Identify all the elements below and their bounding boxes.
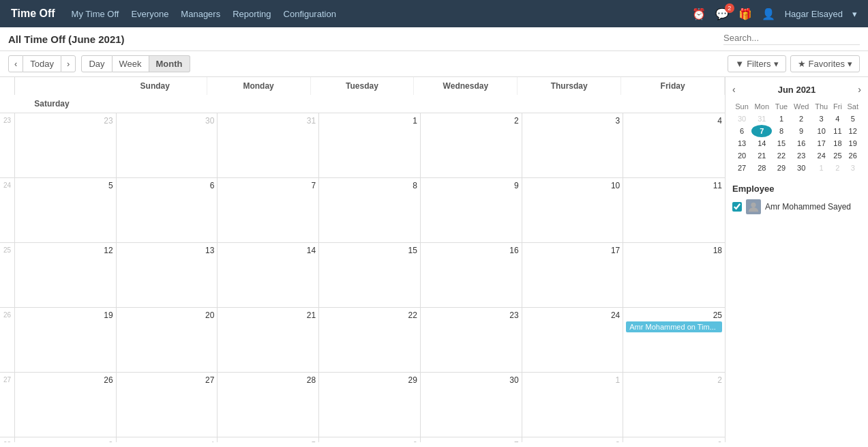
mini-next-button[interactable]: › <box>858 84 861 95</box>
mini-day-18[interactable]: 18 <box>830 137 844 149</box>
mini-day-3-next[interactable]: 3 <box>844 162 861 174</box>
cal-day-mon-w5[interactable]: 27 <box>117 373 218 437</box>
cal-day-sun-w6[interactable]: 3 <box>15 437 117 442</box>
cal-day-fri-w5[interactable]: 1 <box>522 373 624 437</box>
filters-button[interactable]: ▼ Filters ▾ <box>728 55 785 72</box>
mini-day-19[interactable]: 19 <box>844 137 861 149</box>
mini-day-7-today[interactable]: 7 <box>751 125 772 137</box>
cal-day-thu-w3[interactable]: 16 <box>421 243 522 308</box>
cal-day-thu-w5[interactable]: 30 <box>421 373 522 437</box>
mini-day-16[interactable]: 16 <box>790 137 812 149</box>
cal-day-mon-w6[interactable]: 4 <box>117 437 218 442</box>
next-button[interactable]: › <box>61 55 76 72</box>
cal-day-tue-w1[interactable]: 31 <box>218 113 319 178</box>
user-name[interactable]: Hagar Elsayed <box>785 9 843 19</box>
cal-day-sun-w4[interactable]: 19 <box>15 308 117 373</box>
mini-day-30[interactable]: 30 <box>790 162 812 174</box>
cal-day-sat-w5[interactable]: 2 <box>623 373 725 437</box>
mini-day-9[interactable]: 9 <box>790 125 812 137</box>
mini-day-29[interactable]: 29 <box>772 162 790 174</box>
clock-icon[interactable]: ⏰ <box>692 8 706 20</box>
mini-day-20[interactable]: 20 <box>732 149 751 162</box>
nav-my-time-off[interactable]: My Time Off <box>72 9 119 19</box>
cal-day-sat-w1[interactable]: 4 <box>623 113 725 178</box>
mini-day-25[interactable]: 25 <box>830 149 844 162</box>
mini-day-15[interactable]: 15 <box>772 137 790 149</box>
mini-day-11[interactable]: 11 <box>830 125 844 137</box>
nav-reporting[interactable]: Reporting <box>233 9 271 19</box>
cal-day-wed-w3[interactable]: 15 <box>319 243 421 308</box>
cal-day-wed-w5[interactable]: 29 <box>319 373 421 437</box>
mini-day-12[interactable]: 12 <box>844 125 861 137</box>
cal-day-mon-w4[interactable]: 20 <box>117 308 218 373</box>
week-view-button[interactable]: Week <box>113 55 149 72</box>
cal-day-wed-w6[interactable]: 6 <box>319 437 421 442</box>
mini-day-26[interactable]: 26 <box>844 149 861 162</box>
mini-day-1-next[interactable]: 1 <box>812 162 830 174</box>
cal-day-thu-w1[interactable]: 2 <box>421 113 522 178</box>
mini-day-28[interactable]: 28 <box>751 162 772 174</box>
cal-day-tue-w4[interactable]: 21 <box>218 308 319 373</box>
mini-day-21[interactable]: 21 <box>751 149 772 162</box>
cal-day-sun-w1[interactable]: 23 <box>15 113 117 178</box>
mini-day-27[interactable]: 27 <box>732 162 751 174</box>
mini-day-17[interactable]: 17 <box>812 137 830 149</box>
mini-day-31-prev[interactable]: 31 <box>751 113 772 125</box>
mini-day-2[interactable]: 2 <box>790 113 812 125</box>
cal-day-fri-w3[interactable]: 17 <box>522 243 624 308</box>
cal-day-sun-w3[interactable]: 12 <box>15 243 117 308</box>
cal-event-amr[interactable]: Amr Mohammed on Tim... <box>626 321 722 332</box>
cal-day-tue-w3[interactable]: 14 <box>218 243 319 308</box>
cal-day-wed-w2[interactable]: 8 <box>319 178 421 243</box>
chat-icon[interactable]: 💬 2 <box>715 8 729 20</box>
mini-day-24[interactable]: 24 <box>812 149 830 162</box>
cal-day-sat-w2[interactable]: 11 <box>623 178 725 243</box>
employee-checkbox[interactable] <box>732 202 742 212</box>
cal-day-fri-w4[interactable]: 24 <box>522 308 624 373</box>
cal-day-mon-w3[interactable]: 13 <box>117 243 218 308</box>
mini-prev-button[interactable]: ‹ <box>732 84 736 95</box>
mini-day-22[interactable]: 22 <box>772 149 790 162</box>
mini-day-10[interactable]: 10 <box>812 125 830 137</box>
cal-day-tue-w5[interactable]: 28 <box>218 373 319 437</box>
prev-button[interactable]: ‹ <box>8 55 23 72</box>
cal-day-sun-w5[interactable]: 26 <box>15 373 117 437</box>
cal-day-fri-w1[interactable]: 3 <box>522 113 624 178</box>
nav-managers[interactable]: Managers <box>181 9 220 19</box>
user-dropdown-icon[interactable]: ▾ <box>852 9 857 19</box>
mini-day-4[interactable]: 4 <box>830 113 844 125</box>
mini-day-6[interactable]: 6 <box>732 125 751 137</box>
cal-day-sun-w2[interactable]: 5 <box>15 178 117 243</box>
cal-day-sat-w3[interactable]: 18 <box>623 243 725 308</box>
month-view-button[interactable]: Month <box>149 55 190 72</box>
mini-day-8[interactable]: 8 <box>772 125 790 137</box>
day-view-button[interactable]: Day <box>81 55 112 72</box>
today-button[interactable]: Today <box>23 55 61 72</box>
cal-day-thu-w4[interactable]: 23 <box>421 308 522 373</box>
cal-day-thu-w2[interactable]: 9 <box>421 178 522 243</box>
cal-day-wed-w1[interactable]: 1 <box>319 113 421 178</box>
mini-day-3[interactable]: 3 <box>812 113 830 125</box>
mini-day-30-prev[interactable]: 30 <box>732 113 751 125</box>
search-input[interactable] <box>723 33 860 43</box>
nav-configuration[interactable]: Configuration <box>284 9 336 19</box>
mini-day-23[interactable]: 23 <box>790 149 812 162</box>
mini-day-1[interactable]: 1 <box>772 113 790 125</box>
mini-day-2-next[interactable]: 2 <box>830 162 844 174</box>
cal-day-mon-w1[interactable]: 30 <box>117 113 218 178</box>
cal-day-sat-w6[interactable]: 9 <box>623 437 725 442</box>
cal-day-fri-w2[interactable]: 10 <box>522 178 624 243</box>
mini-day-14[interactable]: 14 <box>751 137 772 149</box>
favorites-button[interactable]: ★ Favorites ▾ <box>790 55 860 72</box>
cal-day-tue-w2[interactable]: 7 <box>218 178 319 243</box>
cal-day-wed-w4[interactable]: 22 <box>319 308 421 373</box>
cal-day-sat-w4[interactable]: 25 Amr Mohammed on Tim... <box>623 308 725 373</box>
user-icon[interactable]: 👤 <box>762 8 775 20</box>
cal-day-tue-w6[interactable]: 5 <box>218 437 319 442</box>
mini-day-5[interactable]: 5 <box>844 113 861 125</box>
gift-icon[interactable]: 🎁 <box>738 8 752 20</box>
cal-day-mon-w2[interactable]: 6 <box>117 178 218 243</box>
cal-day-fri-w6[interactable]: 8 <box>522 437 624 442</box>
mini-day-13[interactable]: 13 <box>732 137 751 149</box>
nav-everyone[interactable]: Everyone <box>131 9 168 19</box>
